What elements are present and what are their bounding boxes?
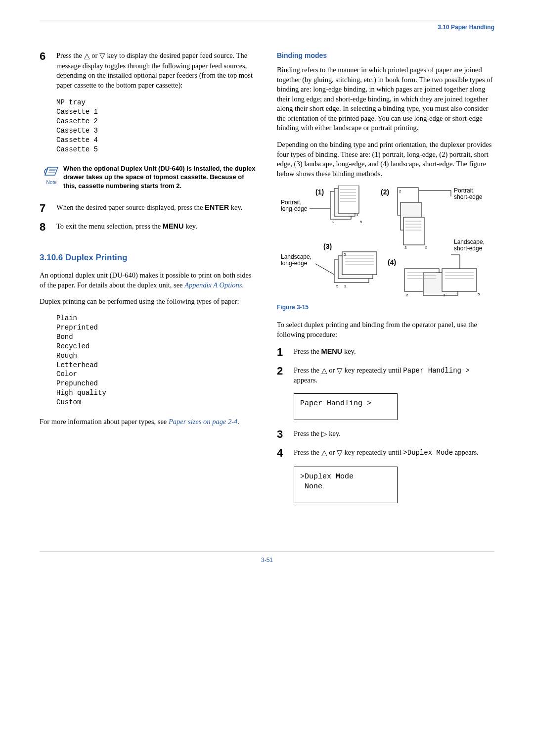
subheading-binding-modes: Binding modes: [277, 51, 494, 60]
diagram-num-2: (2): [381, 188, 389, 196]
svg-text:2: 2: [399, 189, 401, 193]
triangle-right-icon: ▷: [321, 429, 327, 439]
text: Press the: [294, 366, 321, 374]
step-number: 1: [277, 347, 294, 358]
svg-text:5: 5: [336, 284, 339, 288]
step-number: 7: [40, 203, 56, 214]
key-name: MENU: [321, 347, 343, 355]
triangle-down-icon: ▽: [337, 366, 343, 376]
triangle-up-icon: △: [84, 51, 90, 61]
diagram-label-2: Portrait,short-edge: [454, 187, 483, 200]
text: When the desired paper source displayed,…: [56, 203, 205, 211]
binding-diagram: (1) 2 3 5 Portrait,long-edge: [277, 186, 494, 299]
svg-text:2: 2: [332, 220, 335, 224]
svg-text:3: 3: [344, 284, 347, 288]
svg-text:5: 5: [478, 292, 480, 296]
svg-text:3: 3: [443, 293, 445, 297]
lcd-display: Paper Handling >: [294, 393, 398, 420]
step-6: 6 Press the △ or ▽ key to display the de…: [40, 51, 257, 90]
columns: 6 Press the △ or ▽ key to display the de…: [40, 51, 494, 512]
diagram-num-4: (4): [388, 258, 396, 266]
feed-source-list: MP tray Cassette 1 Cassette 2 Cassette 3…: [56, 98, 257, 154]
page: 3.10 Paper Handling 6 Press the △ or ▽ k…: [0, 0, 534, 579]
text: key.: [342, 347, 356, 355]
text: Press the: [294, 347, 321, 355]
text: key.: [229, 203, 242, 211]
svg-text:2: 2: [344, 252, 346, 257]
step-body: Press the △ or ▽ key repeatedly until >D…: [294, 448, 494, 458]
note-block: Note When the optional Duplex Unit (DU-6…: [40, 164, 257, 190]
text: or: [327, 366, 337, 374]
text: Press the: [56, 51, 84, 59]
note-label: Note: [40, 179, 63, 186]
svg-rect-42: [442, 269, 477, 291]
step-number: 4: [277, 448, 294, 459]
triangle-down-icon: ▽: [337, 448, 343, 458]
svg-line-39: [315, 264, 334, 275]
text: .: [242, 281, 244, 289]
step-7: 7 When the desired paper source displaye…: [40, 203, 257, 214]
header-rule: [40, 20, 494, 20]
step-4: 4 Press the △ or ▽ key repeatedly until …: [277, 448, 494, 459]
mono-text: Paper Handling >: [403, 367, 469, 375]
step-8: 8 To exit the menu selection, press the …: [40, 222, 257, 233]
svg-text:3: 3: [404, 245, 407, 250]
paper-type-list: Plain Preprinted Bond Recycled Rough Let…: [56, 314, 257, 407]
key-name: ENTER: [205, 203, 229, 211]
mono-text: >Duplex Mode: [403, 449, 453, 457]
svg-text:5: 5: [425, 245, 428, 250]
triangle-up-icon: △: [321, 448, 327, 458]
page-number: 3-51: [261, 557, 273, 564]
figure-caption: Figure 3-15: [277, 303, 494, 311]
step-body: Press the ▷ key.: [294, 429, 494, 439]
text: To exit the menu selection, press the: [56, 222, 163, 230]
section-heading: 3.10.6 Duplex Printing: [40, 252, 257, 264]
svg-text:3: 3: [356, 213, 358, 217]
key-name: MENU: [163, 222, 184, 230]
text: or: [327, 448, 337, 456]
paragraph: Depending on the binding type and print …: [277, 140, 494, 179]
note-icon: Note: [40, 164, 63, 186]
step-number: 3: [277, 429, 294, 440]
svg-text:5: 5: [360, 220, 362, 224]
step-1: 1 Press the MENU key.: [277, 347, 494, 358]
triangle-down-icon: ▽: [99, 51, 105, 61]
paragraph: To select duplex printing and binding fr…: [277, 320, 494, 339]
step-body: Press the MENU key.: [294, 347, 494, 357]
diagram-label-3: Landscape,long-edge: [281, 253, 312, 267]
text: key repeatedly until: [343, 448, 403, 456]
text: For more information about paper types, …: [40, 418, 169, 425]
step-body: Press the △ or ▽ key repeatedly until Pa…: [294, 366, 494, 385]
step-number: 6: [40, 51, 56, 62]
text: .: [237, 418, 239, 425]
link-paper-sizes[interactable]: Paper sizes on page 2-4: [169, 418, 237, 425]
step-3: 3 Press the ▷ key.: [277, 429, 494, 440]
step-body: Press the △ or ▽ key to display the desi…: [56, 51, 257, 90]
step-body: To exit the menu selection, press the ME…: [56, 222, 257, 232]
text: appears.: [294, 376, 317, 384]
text: Press the: [294, 448, 321, 456]
step-2: 2 Press the △ or ▽ key repeatedly until …: [277, 366, 494, 385]
text: key.: [184, 222, 197, 230]
paragraph: Binding refers to the manner in which pr…: [277, 65, 494, 133]
step-number: 2: [277, 366, 294, 377]
svg-marker-0: [45, 167, 58, 175]
text: key repeatedly until: [343, 366, 403, 374]
svg-text:2: 2: [406, 293, 408, 297]
svg-rect-31: [342, 252, 377, 275]
header-section: 3.10 Paper Handling: [40, 23, 494, 31]
diagram-label-4: Landscape,short-edge: [454, 238, 485, 252]
diagram-num-3: (3): [323, 242, 332, 250]
text: or: [90, 51, 99, 59]
paragraph: For more information about paper types, …: [40, 417, 257, 427]
link-appendix-a[interactable]: Appendix A Options: [184, 281, 242, 289]
diagram-num-1: (1): [315, 188, 324, 196]
note-text: When the optional Duplex Unit (DU-640) i…: [63, 164, 257, 190]
diagram-label-1: Portrait,long-edge: [281, 199, 308, 212]
footer: 3-51: [40, 552, 494, 564]
left-column: 6 Press the △ or ▽ key to display the de…: [40, 51, 257, 512]
text: Press the: [294, 429, 321, 437]
paragraph: An optional duplex unit (DU-640) makes i…: [40, 271, 257, 290]
step-body: When the desired paper source displayed,…: [56, 203, 257, 213]
lcd-display: >Duplex Mode None: [294, 467, 398, 504]
